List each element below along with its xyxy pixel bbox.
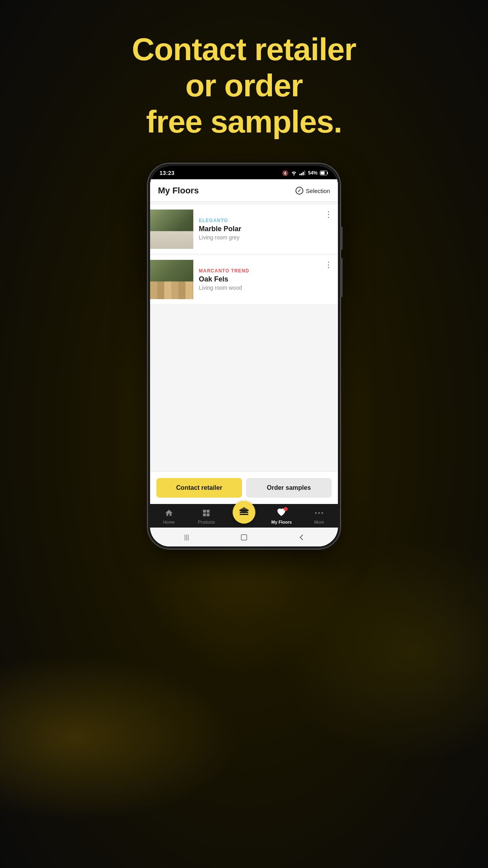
- floor-name: Oak Fels: [199, 275, 332, 283]
- battery-icon: [320, 171, 328, 175]
- selection-label: Selection: [306, 188, 330, 194]
- phone-mockup: 13:23 🔇 54%: [148, 164, 340, 549]
- nav-myfloors[interactable]: My Floors: [268, 508, 295, 524]
- products-icon: [201, 508, 211, 518]
- item-more-button[interactable]: ⋮: [325, 210, 332, 218]
- android-recents-button[interactable]: |||: [181, 531, 193, 543]
- svg-rect-2: [303, 172, 304, 175]
- action-buttons: Contact retailer Order samples: [150, 471, 338, 504]
- page-title: My Floors: [158, 186, 199, 196]
- status-bar: 13:23 🔇 54%: [150, 166, 338, 179]
- home-icon: [164, 508, 174, 518]
- phone-screen: 13:23 🔇 54%: [150, 166, 338, 546]
- svg-rect-8: [240, 514, 248, 515]
- nav-more[interactable]: More: [305, 508, 333, 524]
- floor-room: Living room wood: [199, 285, 332, 291]
- heart-badge-container: [277, 508, 287, 518]
- bottom-nav: Home Products: [150, 504, 338, 528]
- nav-home[interactable]: Home: [155, 508, 183, 524]
- svg-rect-3: [304, 171, 305, 175]
- myfloors-icon: [277, 508, 287, 518]
- svg-rect-0: [299, 174, 301, 175]
- nav-more-label: More: [314, 520, 324, 524]
- nav-myfloors-label: My Floors: [272, 520, 292, 524]
- android-nav-bar: |||: [150, 528, 338, 546]
- floor-brand: MARCANTO TREND: [199, 268, 332, 274]
- floor-item[interactable]: MARCANTO TREND Oak Fels Living room wood…: [150, 255, 338, 304]
- android-home-button[interactable]: [238, 531, 250, 543]
- signal-icon: [299, 171, 306, 175]
- marble-thumbnail: [150, 210, 193, 249]
- app-content: My Floors Selection ELEGANTO: [150, 179, 338, 546]
- contact-retailer-button[interactable]: Contact retailer: [156, 478, 242, 498]
- floor-thumbnail: [150, 210, 193, 249]
- floor-item[interactable]: ELEGANTO Marble Polar Living room grey ⋮: [150, 205, 338, 254]
- phone-frame: 13:23 🔇 54%: [148, 164, 340, 549]
- status-time: 13:23: [160, 170, 174, 176]
- floor-room: Living room grey: [199, 234, 332, 241]
- battery-status: 54%: [308, 170, 317, 176]
- svg-rect-5: [321, 171, 325, 175]
- android-back-button[interactable]: [295, 531, 307, 543]
- check-circle-icon: [295, 187, 303, 195]
- selection-button[interactable]: Selection: [295, 187, 330, 195]
- wood-thumbnail: [150, 260, 193, 299]
- svg-point-12: [321, 512, 323, 514]
- order-samples-button[interactable]: Order samples: [246, 478, 332, 498]
- item-more-button[interactable]: ⋮: [325, 261, 332, 268]
- mute-icon: 🔇: [282, 170, 288, 176]
- floor-name: Marble Polar: [199, 225, 332, 233]
- status-icons: 🔇 54%: [282, 170, 328, 176]
- nav-fab-container[interactable]: [230, 509, 258, 524]
- floor-brand: ELEGANTO: [199, 218, 332, 223]
- floors-fab-button[interactable]: [233, 501, 255, 524]
- headline: Contact retailer or order free samples.: [132, 31, 356, 140]
- svg-point-11: [318, 512, 320, 514]
- app-header: My Floors Selection: [150, 179, 338, 202]
- svg-rect-13: [241, 535, 247, 540]
- floor-info: MARCANTO TREND Oak Fels Living room wood: [199, 268, 332, 291]
- nav-home-label: Home: [163, 520, 174, 524]
- svg-point-10: [315, 512, 317, 514]
- floor-info: ELEGANTO Marble Polar Living room grey: [199, 218, 332, 241]
- more-icon: [314, 508, 324, 518]
- wifi-icon: [291, 171, 297, 175]
- nav-products[interactable]: Products: [193, 508, 220, 524]
- floors-fab-icon: [238, 506, 250, 518]
- svg-rect-1: [301, 173, 302, 175]
- floor-thumbnail: [150, 260, 193, 299]
- floor-list: ELEGANTO Marble Polar Living room grey ⋮…: [150, 202, 338, 471]
- nav-products-label: Products: [198, 520, 215, 524]
